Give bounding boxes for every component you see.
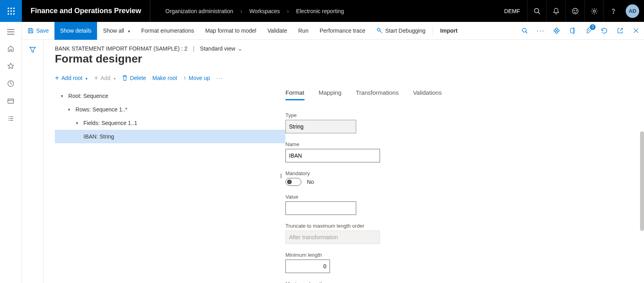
name-label: Name — [285, 141, 633, 147]
run-button[interactable]: Run — [293, 22, 314, 40]
toolbar-close-button[interactable] — [628, 22, 644, 40]
nav-workspaces[interactable] — [7, 98, 14, 105]
svg-point-8 — [13, 13, 15, 15]
toolbar-attachments-button[interactable]: 0 — [580, 22, 596, 40]
nav-recent[interactable] — [7, 80, 14, 87]
svg-point-30 — [378, 28, 380, 31]
start-debugging-button[interactable]: Start Debugging — [371, 22, 431, 40]
separator — [433, 26, 433, 35]
name-field[interactable] — [285, 149, 380, 162]
page-title: Format designer — [55, 53, 633, 65]
notifications-button[interactable] — [546, 0, 565, 22]
toolbar-more-button[interactable]: ··· — [533, 22, 549, 40]
svg-point-4 — [10, 10, 12, 12]
make-root-button[interactable]: Make root — [152, 75, 177, 81]
tab-mapping[interactable]: Mapping — [319, 89, 342, 100]
filter-button[interactable] — [29, 46, 36, 283]
clock-icon — [7, 80, 14, 87]
gear-icon — [591, 8, 598, 15]
mandatory-state: No — [307, 179, 314, 185]
avatar[interactable]: AD — [626, 4, 639, 18]
svg-point-13 — [576, 10, 576, 10]
modules-icon — [7, 115, 14, 122]
filter-column — [22, 40, 44, 283]
tree-toolbar: + Add root + Add Delete Make root ↑ Mov — [55, 75, 633, 81]
tab-validations[interactable]: Validations — [413, 89, 442, 100]
search-icon — [533, 8, 541, 15]
save-button[interactable]: Save — [22, 22, 54, 40]
tree-node-root[interactable]: Root: Sequence — [55, 89, 285, 103]
help-button[interactable] — [603, 0, 623, 22]
plus-icon: + — [94, 75, 98, 81]
page-context: BANK STATEMENT IMPORT FORMAT (SAMPLE) : … — [55, 45, 633, 52]
nav-expand[interactable] — [7, 29, 14, 35]
value-field[interactable] — [285, 201, 356, 215]
minlen-field[interactable] — [285, 260, 330, 273]
import-button[interactable]: Import — [435, 22, 463, 40]
svg-point-6 — [8, 13, 9, 15]
add-button: + Add — [94, 75, 115, 81]
format-enumerations-button[interactable]: Format enumerations — [136, 22, 200, 40]
nav-home[interactable] — [7, 45, 14, 52]
plus-icon: + — [55, 75, 59, 81]
tree-node-rows[interactable]: Rows: Sequence 1..* — [55, 103, 285, 116]
map-format-to-model-button[interactable]: Map format to model — [200, 22, 262, 40]
tab-transformations[interactable]: Transformations — [356, 89, 399, 100]
breadcrumb: Organization administration › Workspaces… — [150, 8, 497, 14]
command-bar: Save Show details Show all Format enumer… — [22, 22, 644, 40]
caret-down-icon[interactable] — [66, 106, 72, 113]
nav-modules[interactable] — [7, 115, 14, 122]
tree-pane: Root: Sequence Rows: Sequence 1..* Field… — [55, 89, 285, 280]
save-label: Save — [36, 27, 49, 34]
tree-more-button[interactable]: ··· — [216, 75, 223, 81]
truncate-label: Truncate to maximum length order — [285, 223, 633, 229]
show-details-button[interactable]: Show details — [54, 22, 97, 40]
star-icon — [7, 62, 14, 70]
arrow-up-icon: ↑ — [184, 75, 186, 81]
smile-icon — [572, 8, 579, 15]
caret-down-icon[interactable] — [59, 93, 65, 99]
nav-favorites[interactable] — [7, 62, 14, 70]
type-field[interactable] — [285, 120, 356, 133]
workspace-icon — [7, 98, 14, 105]
svg-point-31 — [522, 28, 526, 32]
toolbar-search-button[interactable] — [517, 22, 533, 40]
breadcrumb-item[interactable]: Electronic reporting — [296, 8, 344, 14]
ellipsis-icon: ··· — [216, 75, 223, 81]
svg-point-14 — [593, 10, 595, 12]
breadcrumb-item[interactable]: Workspaces — [249, 8, 280, 14]
tree-node-fields[interactable]: Fields: Sequence 1..1 — [55, 116, 285, 130]
svg-point-11 — [572, 8, 578, 14]
svg-point-1 — [10, 8, 12, 9]
home-icon — [7, 45, 14, 52]
search-button[interactable] — [527, 0, 546, 22]
vertical-scrollbar[interactable] — [640, 131, 644, 231]
view-selector[interactable]: Standard view — [200, 45, 242, 52]
svg-line-10 — [538, 12, 540, 14]
caret-down-icon[interactable] — [74, 120, 80, 126]
toolbar-popout-button[interactable] — [612, 22, 628, 40]
svg-point-7 — [10, 13, 12, 15]
app-title: Finance and Operations Preview — [22, 0, 150, 22]
performance-trace-button[interactable]: Performance trace — [314, 22, 371, 40]
minlen-label: Minimum length — [285, 252, 633, 258]
settings-button[interactable] — [584, 0, 603, 22]
close-icon — [633, 27, 639, 34]
app-launcher[interactable] — [0, 0, 22, 22]
tree-node-iban[interactable]: IBAN: String — [55, 130, 285, 143]
toolbar-refresh-button[interactable] — [596, 22, 612, 40]
show-all-button[interactable]: Show all — [97, 22, 136, 40]
add-root-button[interactable]: + Add root — [55, 75, 87, 81]
refresh-icon — [601, 27, 608, 34]
tab-format[interactable]: Format — [285, 89, 305, 100]
breadcrumb-item[interactable]: Organization administration — [165, 8, 233, 14]
company-code[interactable]: DEMF — [497, 8, 527, 14]
mandatory-toggle[interactable] — [285, 178, 301, 186]
validate-button[interactable]: Validate — [262, 22, 293, 40]
popout-icon — [617, 27, 623, 34]
delete-button[interactable]: Delete — [122, 75, 146, 81]
feedback-button[interactable] — [565, 0, 584, 22]
toolbar-options-button[interactable] — [549, 22, 564, 40]
toolbar-office-button[interactable] — [564, 22, 580, 40]
move-up-button[interactable]: ↑ Move up — [184, 75, 210, 81]
